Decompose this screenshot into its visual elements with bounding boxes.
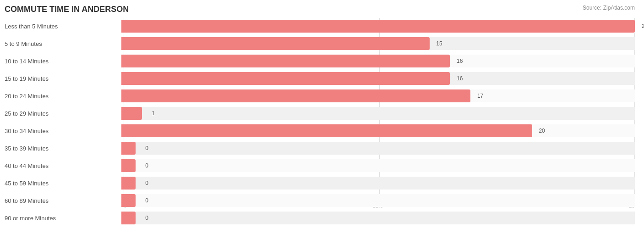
chart-container: COMMUTE TIME IN ANDERSON Source: ZipAtla… <box>0 0 644 240</box>
bar-row: 5 to 9 Minutes15 <box>5 35 635 52</box>
bar-row: 10 to 14 Minutes16 <box>5 53 635 69</box>
bar-value: 0 <box>145 180 148 186</box>
bar-value: 15 <box>436 40 442 47</box>
source-label: Source: ZipAtlas.com <box>583 5 635 11</box>
chart-title: COMMUTE TIME IN ANDERSON <box>5 5 635 14</box>
bar-label: 10 to 14 Minutes <box>5 58 121 65</box>
bar-track: 0 <box>121 159 635 172</box>
bar-fill: 16 <box>121 55 450 67</box>
bar-value: 1 <box>152 110 155 117</box>
bar-fill: 17 <box>121 89 470 102</box>
bar-label: 90 or more Minutes <box>5 215 121 222</box>
bar-label: 5 to 9 Minutes <box>5 40 121 47</box>
bar-label: 35 to 39 Minutes <box>5 145 121 152</box>
bar-value: 0 <box>145 215 148 221</box>
bar-row: 45 to 59 Minutes0 <box>5 175 635 191</box>
bar-row: 90 or more Minutes0 <box>5 210 635 226</box>
bar-label: 40 to 44 Minutes <box>5 162 121 169</box>
bar-label: 15 to 19 Minutes <box>5 75 121 82</box>
bar-track: 25 <box>121 20 635 33</box>
bar-value: 16 <box>457 58 463 64</box>
bar-row: Less than 5 Minutes25 <box>5 18 635 34</box>
bar-track: 16 <box>121 72 635 85</box>
bar-track: 1 <box>121 107 635 120</box>
bar-track: 0 <box>121 194 635 207</box>
bar-fill: 0 <box>121 194 136 207</box>
bar-fill: 20 <box>121 124 532 137</box>
bar-fill: 0 <box>121 159 136 172</box>
bar-row: 25 to 29 Minutes1 <box>5 105 635 122</box>
bar-track: 15 <box>121 37 635 50</box>
bar-track: 16 <box>121 55 635 67</box>
bars-wrapper: Less than 5 Minutes255 to 9 Minutes1510 … <box>5 18 635 201</box>
bar-label: 30 to 34 Minutes <box>5 128 121 134</box>
chart-area: Less than 5 Minutes255 to 9 Minutes1510 … <box>5 18 635 212</box>
bar-value: 0 <box>145 145 148 151</box>
bar-fill: 15 <box>121 37 430 50</box>
bar-track: 17 <box>121 89 635 102</box>
bars-container: Less than 5 Minutes255 to 9 Minutes1510 … <box>5 18 635 226</box>
bar-label: 25 to 29 Minutes <box>5 110 121 117</box>
bar-row: 60 to 89 Minutes0 <box>5 192 635 209</box>
bar-fill: 0 <box>121 142 136 155</box>
bar-fill: 1 <box>121 107 142 120</box>
bar-label: 45 to 59 Minutes <box>5 180 121 187</box>
bar-value: 25 <box>642 23 644 29</box>
bar-fill: 0 <box>121 177 136 190</box>
bar-value: 0 <box>145 197 148 204</box>
bar-value: 16 <box>457 75 463 82</box>
bar-row: 20 to 24 Minutes17 <box>5 88 635 104</box>
bar-track: 0 <box>121 212 635 224</box>
bar-label: 20 to 24 Minutes <box>5 93 121 100</box>
bar-row: 30 to 34 Minutes20 <box>5 123 635 139</box>
bar-label: 60 to 89 Minutes <box>5 197 121 204</box>
bar-fill: 0 <box>121 212 136 224</box>
bar-row: 15 to 19 Minutes16 <box>5 70 635 87</box>
bar-track: 20 <box>121 124 635 137</box>
bar-track: 0 <box>121 142 635 155</box>
bar-value: 17 <box>477 93 483 99</box>
bar-fill: 16 <box>121 72 450 85</box>
bar-value: 20 <box>539 128 545 134</box>
bar-label: Less than 5 Minutes <box>5 23 121 30</box>
bar-fill: 25 <box>121 20 635 33</box>
bar-track: 0 <box>121 177 635 190</box>
bar-value: 0 <box>145 162 148 169</box>
bar-row: 35 to 39 Minutes0 <box>5 140 635 156</box>
bar-row: 40 to 44 Minutes0 <box>5 157 635 174</box>
